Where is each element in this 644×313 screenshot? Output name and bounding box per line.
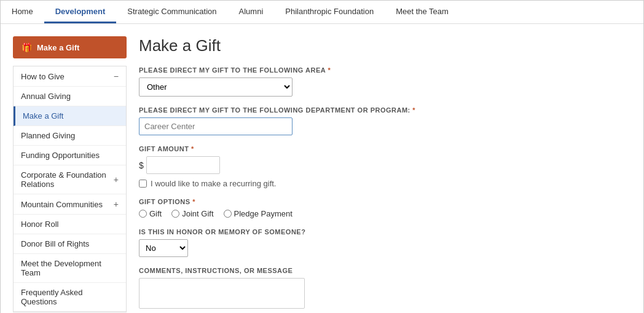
sidebar-item-honor-roll[interactable]: Honor Roll [14,215,126,234]
radio-joint-gift-label: Joint Gift [182,209,213,218]
sidebar-item-planned-giving[interactable]: Planned Giving [14,126,126,146]
sidebar-menu: How to Give − Annual Giving Make a Gift … [13,66,127,312]
dept-field: PLEASE DIRECT MY GIFT TO THE FOLLOWING D… [139,106,631,135]
amount-label: GIFT AMOUNT * [139,145,631,153]
options-field: GIFT OPTIONS * Gift Joint Gift Pledge Pa… [139,198,631,218]
gift-icon: 🎁 [22,42,32,52]
area-required: * [328,66,331,74]
nav-alumni[interactable]: Alumni [228,1,275,23]
sidebar: 🎁 Make a Gift How to Give − Annual Givin… [13,36,127,313]
recurring-label: I would like to make a recurring gift. [151,179,276,188]
dept-label: PLEASE DIRECT MY GIFT TO THE FOLLOWING D… [139,106,631,114]
sidebar-item-mountain-communities[interactable]: Mountain Communities + [14,194,126,215]
radio-joint-gift-input[interactable] [171,210,179,218]
radio-pledge-payment[interactable]: Pledge Payment [224,209,293,218]
area-label: PLEASE DIRECT MY GIFT TO THE FOLLOWING A… [139,66,631,74]
radio-gift[interactable]: Gift [139,209,162,218]
plus-icon-mountain: + [114,199,119,209]
radio-pledge-input[interactable] [224,210,232,218]
minus-icon: − [114,71,119,81]
honor-select[interactable]: No Yes [139,239,188,257]
sidebar-label-donor-bill: Donor Bill of Rights [21,239,89,248]
sidebar-item-donor-bill[interactable]: Donor Bill of Rights [14,234,126,254]
radio-joint-gift[interactable]: Joint Gift [171,209,213,218]
comments-field: COMMENTS, INSTRUCTIONS, OR MESSAGE [139,267,631,311]
sidebar-label-faq: Frequently Asked Questions [21,288,119,306]
options-required: * [192,198,195,205]
main-layout: 🎁 Make a Gift How to Give − Annual Givin… [1,24,643,313]
radio-group: Gift Joint Gift Pledge Payment [139,209,631,218]
radio-gift-input[interactable] [139,210,147,218]
plus-icon-corporate: + [114,175,119,184]
make-gift-sidebar-label: Make a Gift [37,43,79,52]
dollar-sign: $ [139,160,144,170]
sidebar-item-faq[interactable]: Frequently Asked Questions [14,283,126,312]
sidebar-item-how-to-give[interactable]: How to Give − [14,66,126,87]
sidebar-label-make-a-gift: Make a Gift [23,111,63,121]
sidebar-item-funding-opportunities[interactable]: Funding Opportunities [14,146,126,165]
make-gift-sidebar-button[interactable]: 🎁 Make a Gift [13,36,127,58]
sidebar-item-corporate-foundation[interactable]: Corporate & Foundation Relations + [14,165,126,194]
amount-required: * [191,145,194,153]
nav-meet-the-team[interactable]: Meet the Team [385,1,460,23]
form-title: Make a Gift [139,36,631,55]
sidebar-label-meet-dev-team: Meet the Development Team [21,259,119,277]
comments-textarea[interactable] [139,278,305,309]
recurring-checkbox[interactable] [139,180,147,188]
sidebar-label-funding-opportunities: Funding Opportunities [21,151,100,160]
sidebar-label-planned-giving: Planned Giving [21,131,75,140]
sidebar-label-mountain-communities: Mountain Communities [21,200,103,209]
sidebar-item-meet-dev-team[interactable]: Meet the Development Team [14,254,126,283]
comments-label: COMMENTS, INSTRUCTIONS, OR MESSAGE [139,267,631,274]
honor-label: IS THIS IN HONOR OR MEMORY OF SOMEONE? [139,228,631,236]
form-area: Make a Gift PLEASE DIRECT MY GIFT TO THE… [139,36,631,313]
dept-input[interactable] [139,117,293,135]
sidebar-item-annual-giving[interactable]: Annual Giving [14,87,126,106]
amount-input[interactable] [146,156,220,174]
sidebar-item-make-a-gift[interactable]: Make a Gift [14,106,126,126]
nav-philanthropic-foundation[interactable]: Philanthropic Foundation [274,1,385,23]
honor-field: IS THIS IN HONOR OR MEMORY OF SOMEONE? N… [139,228,631,257]
sidebar-label-corporate-foundation: Corporate & Foundation Relations [21,170,114,189]
radio-pledge-label: Pledge Payment [234,209,293,218]
sidebar-label-honor-roll: Honor Roll [21,220,58,229]
dept-required: * [412,106,415,114]
nav-development[interactable]: Development [44,1,117,23]
nav-strategic-communication[interactable]: Strategic Communication [116,1,227,23]
sidebar-label-annual-giving: Annual Giving [21,92,71,101]
nav-home[interactable]: Home [1,1,44,23]
area-select[interactable]: Other Academic Programs Athletics Studen… [139,77,293,97]
sidebar-label-how-to-give: How to Give [21,72,65,81]
radio-gift-label: Gift [149,209,162,218]
recurring-row: I would like to make a recurring gift. [139,179,631,188]
top-nav: Home Development Strategic Communication… [1,1,643,24]
amount-field: GIFT AMOUNT * $ I would like to make a r… [139,145,631,188]
options-label: GIFT OPTIONS * [139,198,631,205]
area-field: PLEASE DIRECT MY GIFT TO THE FOLLOWING A… [139,66,631,97]
amount-row: $ [139,156,631,174]
